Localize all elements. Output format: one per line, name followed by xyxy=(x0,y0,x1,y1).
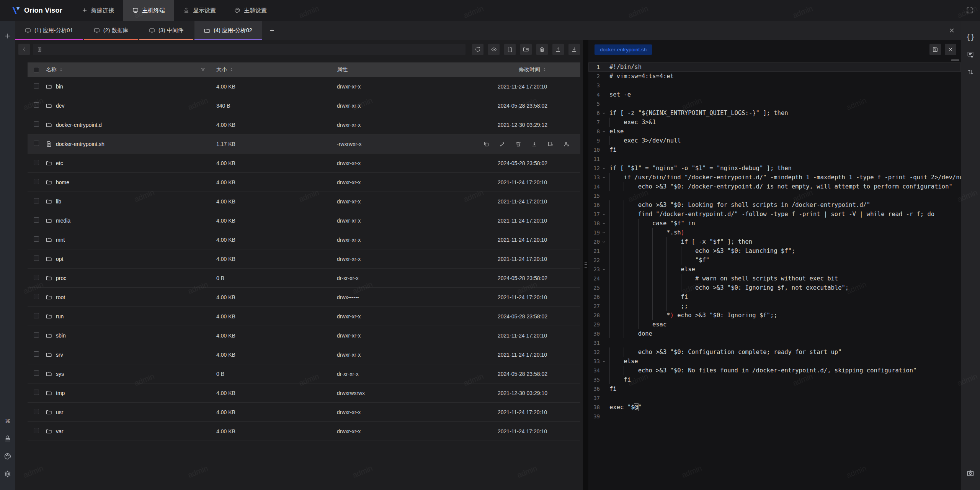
display-settings-button[interactable] xyxy=(2,433,14,445)
terminal-tab[interactable]: (2) 数据库 xyxy=(84,21,138,40)
code-line[interactable]: 18case "$f" in xyxy=(588,219,961,228)
code-line[interactable]: 28*) echo >&3 "$0: Ignoring $f";; xyxy=(588,311,961,320)
back-button[interactable] xyxy=(18,44,30,55)
refresh-button[interactable] xyxy=(472,44,483,55)
file-name[interactable]: opt xyxy=(56,256,63,262)
code-line[interactable]: 21echo >&3 "$0: Launching $f"; xyxy=(588,246,961,256)
row-checkbox[interactable] xyxy=(34,217,39,223)
sort-icon[interactable] xyxy=(59,67,63,72)
table-row[interactable]: run4.00 KBdrwxr-xr-x2024-05-28 23:58:02 xyxy=(28,307,580,326)
menu-item[interactable]: 显示设置 xyxy=(174,0,225,21)
new-connection-button[interactable] xyxy=(2,30,14,42)
table-row[interactable]: mnt4.00 KBdrwxr-xr-x2021-11-24 17:20:10 xyxy=(28,230,580,249)
select-all-checkbox[interactable] xyxy=(34,67,39,72)
path-input[interactable] xyxy=(33,44,466,55)
code-line[interactable]: 9exec 3>/dev/null xyxy=(588,136,961,145)
code-line[interactable]: 30done xyxy=(588,329,961,338)
terminal-tab[interactable]: (4) 应用-分析02 xyxy=(194,21,262,40)
file-name[interactable]: dev xyxy=(56,103,65,109)
code-line[interactable]: 7exec 3>&1 xyxy=(588,118,961,127)
table-row[interactable]: etc4.00 KBdrwxr-xr-x2024-05-28 23:58:02 xyxy=(28,154,580,173)
upload-button[interactable] xyxy=(552,44,564,55)
code-line[interactable]: 8else xyxy=(588,127,961,136)
screenshot-button[interactable] xyxy=(964,467,977,479)
code-line[interactable]: 34echo >&3 "$0: No files found in /docke… xyxy=(588,366,961,375)
table-row[interactable]: sys0 Bdr-xr-xr-x2024-05-28 23:58:02 xyxy=(28,364,580,383)
terminal-tab[interactable]: (3) 中间件 xyxy=(139,21,193,40)
code-line[interactable]: 20if [ -x "$f" ]; then xyxy=(588,237,961,246)
code-line[interactable]: 38exec "$@" xyxy=(588,403,961,412)
file-name[interactable]: lib xyxy=(56,198,61,205)
table-row[interactable]: docker-entrypoint.sh1.17 KB-rwxrwxr-x xyxy=(28,134,580,154)
file-name[interactable]: sys xyxy=(56,371,64,377)
file-name[interactable]: bin xyxy=(56,84,63,90)
table-row[interactable]: media4.00 KBdrwxr-xr-x2021-11-24 17:20:1… xyxy=(28,211,580,230)
settings-button[interactable] xyxy=(2,468,14,480)
code-line[interactable]: 12if [ "$1" = "nginx" -o "$1" = "nginx-d… xyxy=(588,164,961,173)
file-name[interactable]: sbin xyxy=(56,333,66,339)
table-row[interactable]: sbin4.00 KBdrwxr-xr-x2021-11-24 17:20:10 xyxy=(28,326,580,345)
file-name[interactable]: media xyxy=(56,218,70,224)
code-line[interactable]: 13if /usr/bin/find "/docker-entrypoint.d… xyxy=(588,173,961,182)
code-line[interactable]: 24# warn on shell scripts without exec b… xyxy=(588,274,961,283)
terminal-tab[interactable]: (1) 应用-分析01 xyxy=(15,21,83,40)
code-line[interactable]: 16echo >&3 "$0: Looking for shell script… xyxy=(588,200,961,210)
sort-icon[interactable] xyxy=(229,67,234,72)
table-row[interactable]: home4.00 KBdrwxr-xr-x2021-11-24 17:20:10 xyxy=(28,173,580,192)
code-line[interactable]: 25echo >&3 "$0: Ignoring $f, not executa… xyxy=(588,283,961,292)
code-line[interactable]: 33else xyxy=(588,357,961,366)
table-row[interactable]: docker-entrypoint.d4.00 KBdrwxr-xr-x2021… xyxy=(28,115,580,134)
column-header-size[interactable]: 大小 xyxy=(216,66,227,73)
file-name[interactable]: docker-entrypoint.sh xyxy=(56,141,105,147)
code-line[interactable]: 35fi xyxy=(588,375,961,384)
code-line[interactable]: 10fi xyxy=(588,145,961,154)
format-braces-button[interactable]: {} xyxy=(964,31,977,43)
code-line[interactable]: 4set -e xyxy=(588,90,961,99)
row-checkbox[interactable] xyxy=(34,198,39,203)
file-name[interactable]: root xyxy=(56,294,65,300)
fold-chevron-icon[interactable] xyxy=(600,108,608,118)
row-checkbox[interactable] xyxy=(34,351,39,357)
fold-chevron-icon[interactable] xyxy=(600,228,608,237)
row-checkbox[interactable] xyxy=(34,236,39,242)
new-tab-button[interactable] xyxy=(263,21,281,40)
code-line[interactable]: 17find "/docker-entrypoint.d/" -follow -… xyxy=(588,210,961,219)
file-name[interactable]: srv xyxy=(56,352,63,358)
file-name[interactable]: usr xyxy=(56,409,63,415)
file-name[interactable]: var xyxy=(56,428,63,434)
scrollbar-thumb[interactable] xyxy=(951,59,959,61)
code-line[interactable]: 5 xyxy=(588,99,961,108)
new-folder-button[interactable] xyxy=(520,44,532,55)
new-file-button[interactable] xyxy=(504,44,516,55)
code-line[interactable]: 39 xyxy=(588,412,961,421)
column-header-attr[interactable]: 属性 xyxy=(337,66,348,73)
code-line[interactable]: 15 xyxy=(588,191,961,200)
code-line[interactable]: 19*.sh) xyxy=(588,228,961,237)
row-checkbox[interactable] xyxy=(34,428,39,433)
delete-button[interactable] xyxy=(536,44,548,55)
fold-chevron-icon[interactable] xyxy=(600,357,608,366)
code-line[interactable]: 1#!/bin/sh xyxy=(588,62,961,72)
row-checkbox[interactable] xyxy=(34,275,39,280)
brand[interactable]: Orion Visor xyxy=(0,0,72,21)
row-checkbox[interactable] xyxy=(34,409,39,414)
permission-icon[interactable] xyxy=(564,141,570,147)
code-line[interactable]: 31 xyxy=(588,338,961,347)
menu-item[interactable]: 主机终端 xyxy=(123,0,174,21)
row-checkbox[interactable] xyxy=(34,160,39,165)
theme-settings-button[interactable] xyxy=(2,450,14,462)
fold-chevron-icon[interactable] xyxy=(600,237,608,246)
code-line[interactable]: 32echo >&3 "$0: Configuration complete; … xyxy=(588,347,961,357)
row-checkbox[interactable] xyxy=(34,370,39,376)
file-name[interactable]: proc xyxy=(56,275,66,281)
table-row[interactable]: bin4.00 KBdrwxr-xr-x2021-11-24 17:20:10 xyxy=(28,77,580,96)
row-checkbox[interactable] xyxy=(34,141,39,146)
file-name[interactable]: home xyxy=(56,179,69,185)
row-checkbox[interactable] xyxy=(34,102,39,108)
row-checkbox[interactable] xyxy=(34,83,39,88)
table-row[interactable]: tmp4.00 KBdrwxrwxrwx2021-12-30 03:29:10 xyxy=(28,383,580,403)
fold-chevron-icon[interactable] xyxy=(600,164,608,173)
fold-chevron-icon[interactable] xyxy=(600,265,608,274)
fold-chevron-icon[interactable] xyxy=(600,219,608,228)
file-name[interactable]: run xyxy=(56,313,64,320)
